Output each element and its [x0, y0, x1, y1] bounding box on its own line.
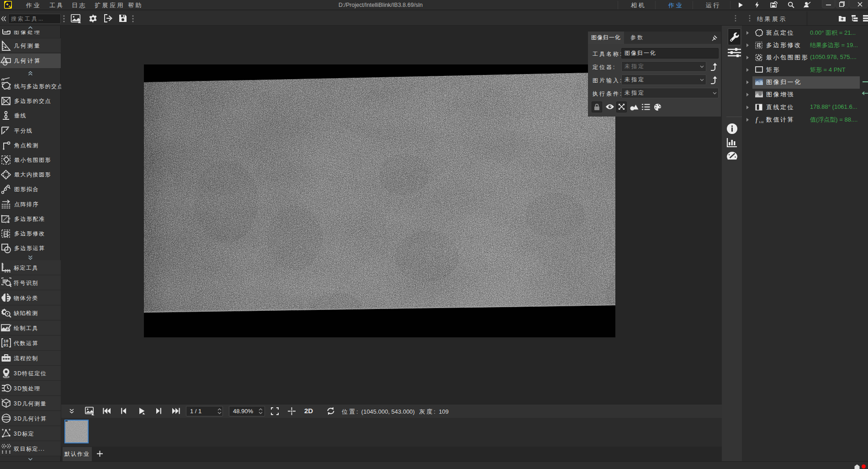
svg-text:f: f — [756, 116, 758, 123]
svg-text:1.11: 1.11 — [759, 121, 764, 123]
svg-text:01: 01 — [4, 343, 9, 348]
